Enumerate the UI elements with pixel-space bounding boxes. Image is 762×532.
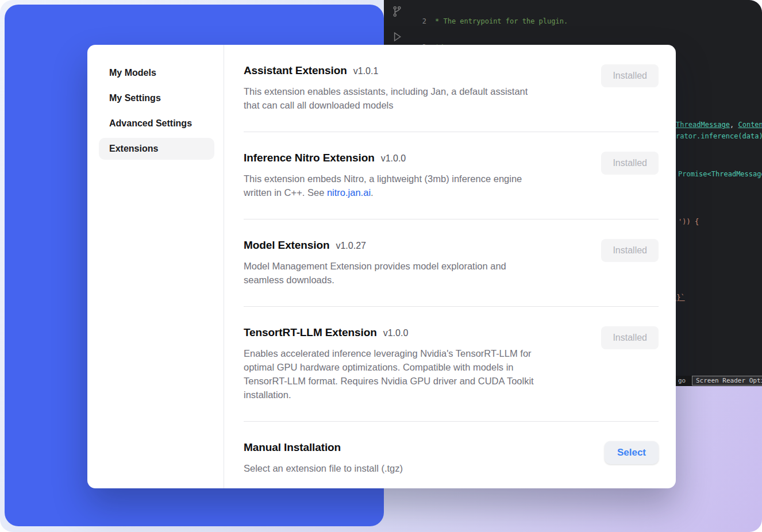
- settings-modal: My Models My Settings Advanced Settings …: [87, 45, 676, 488]
- extension-version: v1.0.0: [381, 153, 406, 164]
- extensions-list: Assistant Extension v1.0.1 This extensio…: [224, 45, 676, 488]
- description-text: This extension embeds Nitro, a lightweig…: [244, 174, 522, 198]
- extension-title: Assistant Extension: [244, 64, 347, 77]
- code-fragment: rator.inference(data));: [676, 132, 762, 141]
- select-file-button[interactable]: Select: [605, 441, 659, 464]
- sidebar-item-my-settings[interactable]: My Settings: [99, 87, 214, 109]
- status-item[interactable]: go: [678, 377, 686, 384]
- desktop-canvas: 2* The entrypoint for the plugin. 3*/ 4 …: [0, 0, 762, 532]
- extension-description: This extension embeds Nitro, a lightweig…: [244, 172, 542, 199]
- extension-info: TensortRT-LLM Extension v1.0.0 Enables a…: [244, 326, 542, 402]
- sidebar-item-my-models[interactable]: My Models: [99, 62, 214, 84]
- extension-title: TensortRT-LLM Extension: [244, 326, 377, 339]
- extension-info: Assistant Extension v1.0.1 This extensio…: [244, 64, 542, 112]
- code-fragment: Promise<ThreadMessage>: [678, 170, 762, 179]
- run-debug-icon[interactable]: [391, 31, 403, 43]
- code-text: * The entrypoint for the plugin.: [435, 17, 568, 25]
- extension-row-model: Model Extension v1.0.27 Model Management…: [244, 219, 659, 307]
- extension-version: v1.0.1: [353, 66, 379, 76]
- extension-version: v1.0.27: [336, 241, 365, 251]
- description-text: .: [371, 187, 374, 198]
- extension-info: Model Extension v1.0.27 Model Management…: [244, 239, 542, 287]
- extension-row-nitro: Inference Nitro Extension v1.0.0 This ex…: [244, 132, 659, 219]
- extension-description: Enables accelerated inference leveraging…: [244, 346, 542, 402]
- extension-info: Inference Nitro Extension v1.0.0 This ex…: [244, 152, 542, 199]
- manual-installation-info: Manual Installation Select an extension …: [244, 441, 403, 475]
- manual-installation-description: Select an extension file to install (.tg…: [244, 461, 403, 475]
- installed-button[interactable]: Installed: [601, 152, 659, 175]
- extension-row-tensorrt: TensortRT-LLM Extension v1.0.0 Enables a…: [244, 307, 659, 422]
- manual-installation-title: Manual Installation: [244, 441, 341, 454]
- installed-button[interactable]: Installed: [601, 239, 659, 262]
- manual-installation-row: Manual Installation Select an extension …: [244, 422, 659, 488]
- extension-title: Model Extension: [244, 239, 329, 252]
- extension-description: This extension enables assistants, inclu…: [244, 84, 542, 112]
- source-control-icon[interactable]: [391, 6, 403, 17]
- sidebar-item-advanced-settings[interactable]: Advanced Settings: [99, 113, 214, 134]
- screen-reader-badge[interactable]: Screen Reader Optimized: [692, 376, 762, 385]
- nitro-jan-ai-link[interactable]: nitro.jan.ai: [327, 187, 371, 198]
- settings-sidebar: My Models My Settings Advanced Settings …: [87, 45, 224, 488]
- installed-button[interactable]: Installed: [601, 326, 659, 349]
- extension-version: v1.0.0: [383, 328, 409, 338]
- code-fragment: ')) {: [678, 218, 699, 226]
- extension-description: Model Management Extension provides mode…: [244, 259, 542, 287]
- extension-row-assistant: Assistant Extension v1.0.1 This extensio…: [244, 45, 659, 132]
- sidebar-item-extensions[interactable]: Extensions: [99, 138, 214, 160]
- code-line: 2* The entrypoint for the plugin.: [418, 17, 762, 26]
- line-number: 2: [418, 17, 426, 26]
- installed-button[interactable]: Installed: [601, 64, 659, 87]
- extension-title: Inference Nitro Extension: [244, 152, 375, 164]
